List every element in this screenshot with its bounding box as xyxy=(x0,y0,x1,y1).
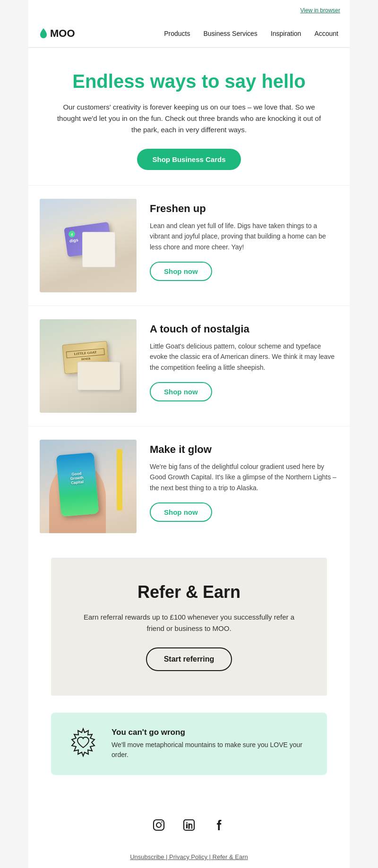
facebook-icon[interactable] xyxy=(211,817,228,834)
product-content-goat: A touch of nostalgia Little Goat's delic… xyxy=(150,319,338,401)
nav-business-services[interactable]: Business Services xyxy=(203,30,257,37)
product-heading-growth: Make it glow xyxy=(150,443,338,456)
shop-now-button-growth[interactable]: Shop now xyxy=(150,502,212,522)
svg-rect-4 xyxy=(186,824,188,828)
svg-point-5 xyxy=(186,822,188,824)
svg-rect-0 xyxy=(154,820,164,830)
product-body-growth: We're big fans of the delightful colour … xyxy=(150,461,338,493)
product-section-growth: GoodGrowthCapital Make it glow We're big… xyxy=(28,426,350,546)
digs-box xyxy=(82,232,115,267)
moo-logo-drop-icon xyxy=(40,28,47,39)
guarantee-heading: You can't go wrong xyxy=(112,728,312,737)
guarantee-text: You can't go wrong We'll move metaphoric… xyxy=(112,728,312,760)
refer-heading: Refer & Earn xyxy=(79,582,299,602)
shop-now-button-digs[interactable]: Shop now xyxy=(150,262,212,281)
shop-business-cards-button[interactable]: Shop Business Cards xyxy=(137,149,241,170)
product-heading-goat: A touch of nostalgia xyxy=(150,323,338,335)
svg-point-1 xyxy=(156,823,161,827)
shop-now-button-goat[interactable]: Shop now xyxy=(150,382,212,401)
linkedin-icon[interactable] xyxy=(180,817,198,834)
footer-links: Unsubscribe | Privacy Policy | Refer & E… xyxy=(28,849,350,868)
start-referring-button[interactable]: Start referring xyxy=(146,647,232,671)
goat-box xyxy=(77,362,120,390)
hero-heading: Endless ways to say hello xyxy=(57,70,321,92)
pencil xyxy=(117,449,122,511)
social-section xyxy=(28,801,350,849)
svg-point-2 xyxy=(161,821,162,822)
guarantee-body: We'll move metaphorical mountains to mak… xyxy=(112,740,312,760)
refer-body: Earn referral rewards up to £100 wheneve… xyxy=(79,612,299,634)
growth-card: GoodGrowthCapital xyxy=(56,452,99,517)
logo: MOO xyxy=(40,27,75,40)
product-heading-digs: Freshen up xyxy=(150,203,338,215)
nav-account[interactable]: Account xyxy=(314,30,338,37)
product-image-digs: d digs xyxy=(40,199,137,292)
social-icons xyxy=(28,817,350,834)
product-body-digs: Lean and clean yet full of life. Digs ha… xyxy=(150,221,338,252)
product-content-growth: Make it glow We're big fans of the delig… xyxy=(150,440,338,522)
nav-products[interactable]: Products xyxy=(164,30,190,37)
guarantee-section: You can't go wrong We'll move metaphoric… xyxy=(51,713,327,775)
logo-text: MOO xyxy=(50,27,75,40)
nav-inspiration[interactable]: Inspiration xyxy=(271,30,301,37)
view-in-browser-link[interactable]: View in browser xyxy=(301,7,340,14)
refer-section: Refer & Earn Earn referral rewards up to… xyxy=(51,558,327,696)
hero-section: Endless ways to say hello Our customers'… xyxy=(28,48,350,185)
product-image-goat: LITTLE GOAT DINER xyxy=(40,319,137,413)
instagram-icon[interactable] xyxy=(150,817,167,834)
hero-body: Our customers' creativity is forever kee… xyxy=(57,102,321,136)
footer-links-text[interactable]: Unsubscribe | Privacy Policy | Refer & E… xyxy=(130,853,248,860)
product-section-digs: d digs Freshen up Lean and clean yet ful… xyxy=(28,185,350,306)
product-section-goat: LITTLE GOAT DINER A touch of nostalgia L… xyxy=(28,306,350,426)
product-content-digs: Freshen up Lean and clean yet full of li… xyxy=(150,199,338,281)
top-bar: View in browser xyxy=(28,0,350,20)
main-nav: Products Business Services Inspiration A… xyxy=(164,30,338,37)
product-image-growth: GoodGrowthCapital xyxy=(40,440,137,533)
header: MOO Products Business Services Inspirati… xyxy=(28,20,350,48)
product-body-goat: Little Goat's delicious pattern, colour … xyxy=(150,341,338,373)
guarantee-icon xyxy=(66,726,100,762)
